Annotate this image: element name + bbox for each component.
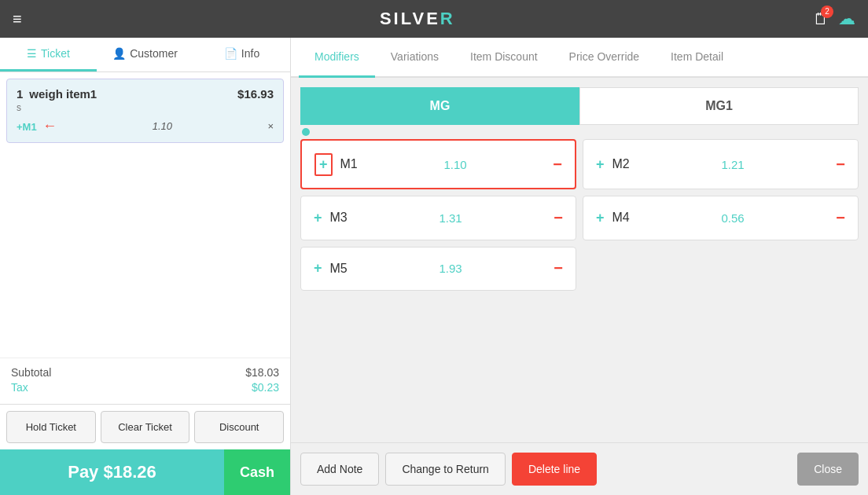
bottom-actions: Add Note Change to Return Delete line Cl… — [291, 442, 868, 495]
tab-info[interactable]: 📄 Info — [193, 38, 290, 72]
ticket-modifier-qty: 1.10 — [153, 120, 172, 132]
pay-button[interactable]: Pay $18.26 — [0, 449, 224, 495]
menu-icon[interactable]: ≡ — [13, 10, 22, 28]
modifier-m3-left: + M3 — [314, 210, 348, 226]
ticket-sub: s — [17, 102, 274, 113]
modifier-m1-name: M1 — [340, 157, 358, 171]
modifier-m4-price: 0.56 — [721, 211, 744, 225]
modifier-m3-price: 1.31 — [439, 211, 462, 225]
modifier-m2-left: + M2 — [596, 156, 630, 173]
minus-icon-m4[interactable]: − — [836, 209, 845, 227]
modifier-m2-price: 1.21 — [721, 158, 744, 171]
pay-amount: $18.26 — [103, 462, 156, 482]
modifier-m5[interactable]: + M5 1.93 − — [300, 247, 576, 291]
tab-modifiers[interactable]: Modifiers — [299, 38, 375, 78]
modifier-m2[interactable]: + M2 1.21 − — [583, 139, 859, 189]
customer-icon: 👤 — [112, 47, 126, 60]
tab-price-override[interactable]: Price Override — [554, 38, 655, 78]
ticket-icon: ☰ — [27, 47, 37, 60]
modifier-m3[interactable]: + M3 1.31 − — [300, 196, 576, 240]
pay-area: Pay $18.26 Cash — [0, 449, 290, 495]
modifier-m1-price: 1.10 — [443, 158, 466, 171]
minus-icon-m5[interactable]: − — [554, 259, 563, 277]
minus-icon-m2[interactable]: − — [836, 156, 845, 174]
info-icon: 📄 — [224, 47, 237, 60]
tax-row: Tax $0.23 — [11, 381, 279, 394]
modifier-m4-left: + M4 — [596, 210, 630, 226]
left-tabs: ☰ Ticket 👤 Customer 📄 Info — [0, 38, 290, 72]
app-title: SILVER — [380, 9, 455, 29]
modifier-m5-price: 1.93 — [439, 262, 462, 275]
tax-value: $0.23 — [252, 381, 279, 394]
mg-indicator — [291, 125, 868, 139]
tab-variations[interactable]: Variations — [375, 38, 454, 78]
minus-icon-m1[interactable]: − — [553, 156, 562, 174]
modifier-m3-name: M3 — [330, 211, 348, 225]
ticket-area: 1 weigh item1 $16.93 s +M1 ← 1.10 × — [0, 72, 290, 358]
tab-ticket[interactable]: ☰ Ticket — [0, 38, 97, 72]
modifier-m1[interactable]: + M1 1.10 − — [300, 139, 576, 189]
tab-item-discount[interactable]: Item Discount — [454, 38, 554, 78]
plus-icon-m2[interactable]: + — [596, 156, 605, 173]
red-arrow-icon: ← — [42, 118, 57, 134]
discount-button[interactable]: Discount — [194, 411, 284, 443]
mg-active-dot — [302, 128, 310, 136]
ticket-modifier-label: +M1 ← — [17, 118, 57, 134]
plus-icon-m1[interactable]: + — [314, 153, 333, 176]
right-tabs: Modifiers Variations Item Discount Price… — [291, 38, 868, 78]
subtotal-area: Subtotal $18.03 Tax $0.23 — [0, 358, 290, 404]
tax-label: Tax — [11, 381, 28, 394]
modifier-groups: MG MG1 — [291, 78, 868, 125]
plus-icon-m4[interactable]: + — [596, 210, 605, 226]
modifier-m5-name: M5 — [330, 262, 348, 276]
cloud-icon[interactable]: ☁ — [838, 9, 855, 29]
modifier-m4[interactable]: + M4 0.56 − — [583, 196, 859, 240]
plus-icon-m5[interactable]: + — [314, 260, 322, 277]
tab-customer-label: Customer — [130, 47, 178, 60]
ticket-modifier-remove[interactable]: × — [267, 120, 274, 132]
ticket-modifier-row: +M1 ← 1.10 × — [17, 118, 274, 134]
subtotal-value: $18.03 — [245, 366, 279, 379]
clear-ticket-button[interactable]: Clear Ticket — [101, 411, 190, 443]
cash-button[interactable]: Cash — [224, 449, 290, 495]
minus-icon-m3[interactable]: − — [554, 209, 563, 227]
modifier-m5-left: + M5 — [314, 260, 348, 277]
notifications-icon[interactable]: 🗒 2 — [813, 10, 829, 28]
subtotal-label: Subtotal — [11, 366, 51, 379]
left-panel: ☰ Ticket 👤 Customer 📄 Info 1 weigh it — [0, 38, 291, 495]
modifier-m1-left: + M1 — [314, 153, 358, 176]
modifier-m4-name: M4 — [612, 211, 630, 225]
tab-customer[interactable]: 👤 Customer — [97, 38, 193, 72]
plus-icon-m3[interactable]: + — [314, 210, 322, 226]
header: ≡ SILVER 🗒 2 ☁ — [0, 0, 868, 38]
header-icons: 🗒 2 ☁ — [813, 9, 855, 29]
add-note-button[interactable]: Add Note — [300, 453, 379, 486]
tab-ticket-label: Ticket — [41, 47, 70, 60]
ticket-item[interactable]: 1 weigh item1 $16.93 s +M1 ← 1.10 × — [6, 79, 284, 143]
right-panel: Modifiers Variations Item Discount Price… — [291, 38, 868, 495]
modifier-m2-name: M2 — [612, 157, 630, 171]
ticket-item-row: 1 weigh item1 $16.93 — [17, 87, 274, 101]
tab-item-detail[interactable]: Item Detail — [655, 38, 739, 78]
ticket-qty: 1 — [17, 87, 23, 101]
modifier-group-mg1[interactable]: MG1 — [579, 87, 859, 125]
close-button[interactable]: Close — [797, 453, 859, 486]
change-to-return-button[interactable]: Change to Return — [385, 453, 506, 486]
delete-line-button[interactable]: Delete line — [512, 453, 597, 486]
action-buttons: Hold Ticket Clear Ticket Discount — [0, 404, 290, 449]
hold-ticket-button[interactable]: Hold Ticket — [6, 411, 96, 443]
tab-info-label: Info — [241, 47, 259, 60]
modifiers-grid: + M1 1.10 − + M2 1.21 − — [291, 139, 868, 291]
ticket-price: $16.93 — [237, 87, 274, 101]
subtotal-row: Subtotal $18.03 — [11, 366, 279, 379]
app-container: ≡ SILVER 🗒 2 ☁ ☰ Ticket 👤 Custome — [0, 0, 868, 495]
main-content: ☰ Ticket 👤 Customer 📄 Info 1 weigh it — [0, 38, 868, 495]
ticket-name: weigh item1 — [29, 87, 237, 101]
notification-badge: 2 — [821, 6, 833, 18]
modifier-group-mg[interactable]: MG — [300, 87, 579, 125]
